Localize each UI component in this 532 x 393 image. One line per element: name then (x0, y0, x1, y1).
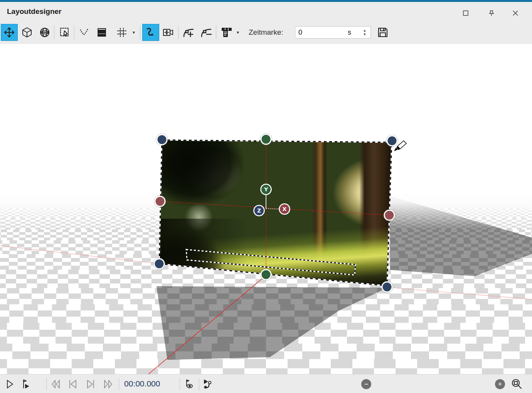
handle-mid-top[interactable] (260, 133, 272, 145)
play-from-marker-icon (20, 379, 31, 390)
motion-path-button[interactable] (202, 378, 215, 391)
save-button[interactable] (374, 24, 391, 41)
cube-3d-tool-button[interactable] (19, 24, 35, 41)
x-axis-stem (266, 209, 280, 209)
marker-visibility-icon (184, 378, 195, 390)
rewind-icon (51, 379, 61, 389)
playback-separator (119, 378, 119, 390)
timeline-table-icon (221, 27, 232, 38)
x-axis-label: X (283, 206, 287, 212)
zoom-fit-button[interactable] (510, 378, 524, 391)
toolbar-separator (178, 25, 178, 39)
zeitmarke-unit: s (348, 29, 351, 37)
playback-separator (199, 378, 199, 390)
close-button[interactable] (510, 8, 520, 18)
selection-marching-ants (159, 140, 392, 286)
camera-pan-tool-button[interactable] (160, 24, 177, 41)
gizmo-overlay: Y Z X (0, 44, 532, 374)
maximize-icon (463, 10, 469, 16)
zoom-fit-icon (511, 378, 523, 390)
y-axis-label: Y (264, 186, 268, 192)
fast-forward-icon (103, 379, 114, 389)
pin-icon (488, 10, 495, 17)
playback-separator (180, 378, 180, 390)
layout-canvas[interactable]: Y Z X (0, 44, 532, 374)
titlebar: Layoutdesigner (0, 2, 532, 22)
camera-pan-icon (163, 27, 174, 37)
window-title: Layoutdesigner (7, 7, 61, 16)
globe-tool-button[interactable] (36, 24, 53, 41)
playback-separator (46, 378, 47, 390)
curve-tool-button[interactable] (142, 24, 159, 41)
axis-handle-x[interactable]: X (279, 204, 290, 214)
dotted-check-icon (79, 27, 89, 38)
timecode: 00:00.000 (124, 379, 160, 388)
layers-tool-button[interactable] (93, 24, 110, 41)
remove-keyframe-tool-button[interactable] (198, 24, 215, 41)
edge-handles (154, 133, 396, 281)
skip-to-end-button[interactable] (84, 378, 97, 391)
layoutdesigner-window: Layoutdesigner (0, 0, 532, 393)
ground-axis-line-red (148, 275, 266, 374)
handle-bottom-right[interactable] (381, 281, 393, 293)
zoom-in-label: + (498, 380, 502, 389)
curve-icon (145, 27, 157, 38)
toolbar-separator (140, 25, 140, 39)
fast-forward-button[interactable] (102, 378, 115, 391)
z-axis-label: Z (257, 207, 261, 214)
close-icon (512, 10, 519, 16)
add-keyframe-tool-button[interactable] (180, 24, 197, 41)
toolbar-separator (54, 25, 54, 39)
zoom-out-label: − (364, 380, 369, 389)
move-icon (3, 27, 15, 38)
handle-mid-left[interactable] (154, 196, 166, 207)
rewind-button[interactable] (49, 378, 62, 391)
timeline-table-tool-button[interactable] (218, 24, 235, 41)
motion-path-icon (202, 378, 215, 390)
remove-keyframe-icon (200, 27, 212, 38)
main-toolbar: ▾ (0, 22, 532, 44)
grid-dropdown-chevron[interactable]: ▾ (133, 29, 135, 35)
handle-top-right[interactable] (386, 135, 398, 147)
skip-to-end-icon (86, 379, 96, 389)
handle-mid-right[interactable] (384, 209, 396, 221)
layers-icon (96, 27, 107, 38)
timeline-table-dropdown-chevron[interactable]: ▾ (237, 29, 239, 35)
handle-bottom-left[interactable] (153, 258, 165, 270)
globe-icon (39, 27, 50, 38)
handle-top-left[interactable] (156, 134, 168, 146)
zeitmarke-spinner[interactable]: ▲▼ (360, 27, 370, 38)
grid-icon (116, 27, 127, 38)
play-from-marker-button[interactable] (19, 378, 32, 391)
handle-mid-bottom[interactable] (260, 269, 272, 281)
toolbar-separator (216, 25, 216, 39)
zoom-in-button[interactable]: + (495, 379, 505, 389)
grid-tool-button[interactable] (113, 24, 130, 41)
maximize-button[interactable] (461, 8, 471, 18)
select-rect-tool-button[interactable] (56, 24, 73, 41)
marker-visibility-button[interactable] (183, 378, 196, 391)
zeitmarke-label: Zeitmarke: (249, 28, 283, 37)
save-icon (377, 27, 389, 38)
zeitmarke-input[interactable]: 0 s ▲▼ (295, 26, 371, 39)
axis-handle-y[interactable]: Y (261, 184, 271, 195)
dotted-path-tool-button[interactable] (76, 24, 93, 41)
move-tool-button[interactable] (1, 24, 18, 41)
play-button[interactable] (3, 378, 16, 391)
toolbar-separator (74, 25, 74, 39)
zeitmarke-value: 0 (298, 29, 302, 37)
skip-to-start-button[interactable] (66, 378, 79, 391)
skip-to-start-icon (68, 379, 78, 389)
add-keyframe-icon (183, 27, 194, 38)
zoom-out-button[interactable]: − (361, 379, 371, 389)
ground-axis-line-right (387, 287, 532, 299)
play-icon (5, 379, 15, 389)
playback-bar: ▾ 00:00.000 (0, 374, 532, 393)
axis-handle-z[interactable]: Z (254, 206, 264, 216)
ground-axis-line-left (0, 246, 159, 264)
pin-button[interactable] (487, 8, 497, 18)
cube-icon (22, 27, 32, 38)
select-rect-icon (59, 27, 70, 38)
crosshair-horizontal (160, 201, 389, 215)
